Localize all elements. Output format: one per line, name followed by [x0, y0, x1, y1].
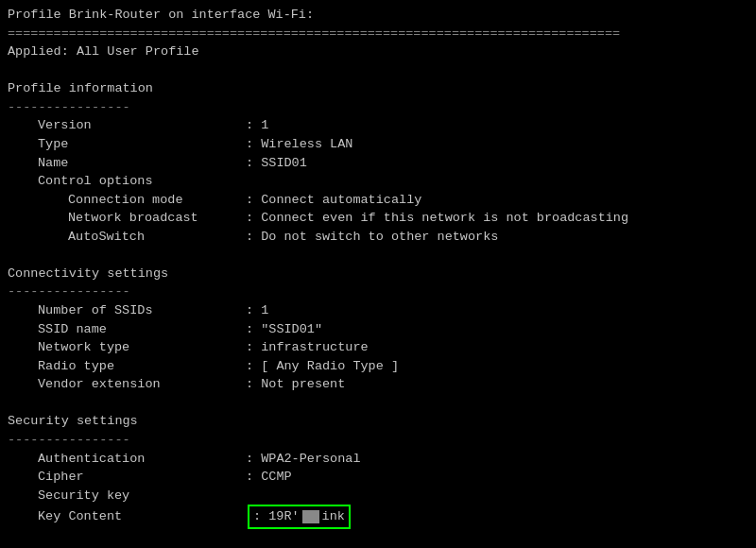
- key-censored-block: [302, 510, 319, 523]
- security-divider: ----------------: [8, 431, 748, 450]
- auth-row: Authentication: WPA2-Personal: [8, 450, 748, 469]
- vendor-ext-row: Vendor extension: Not present: [8, 375, 748, 394]
- applied-line: Applied: All User Profile: [8, 43, 748, 61]
- blank1: [8, 61, 748, 80]
- radio-type-row: Radio type: [ Any Radio Type ]: [8, 357, 748, 376]
- profile-info-divider: ----------------: [8, 98, 748, 117]
- top-divider: ========================================…: [8, 25, 748, 43]
- version-row: Version: 1: [8, 116, 748, 135]
- terminal-window: Profile Brink-Router on interface Wi-Fi:…: [0, 0, 756, 548]
- title-line: Profile Brink-Router on interface Wi-Fi:: [8, 6, 748, 25]
- connectivity-divider: ----------------: [8, 283, 748, 301]
- num-ssids-row: Number of SSIDs: 1: [8, 301, 748, 320]
- security-key-row: Security key: [8, 487, 748, 505]
- autoswitch-row: AutoSwitch: Do not switch to other netwo…: [8, 228, 748, 247]
- ssid-name-row: SSID name: "SSID01": [8, 320, 748, 339]
- profile-info-header: Profile information: [8, 79, 748, 98]
- key-content-label: Key Content: [38, 507, 246, 526]
- key-prefix: : 19R': [253, 507, 300, 526]
- blank2: [8, 246, 748, 265]
- connectivity-header: Connectivity settings: [8, 265, 748, 283]
- connection-mode-row: Connection mode: Connect automatically: [8, 191, 748, 210]
- network-broadcast-row: Network broadcast: Connect even if this …: [8, 209, 748, 228]
- key-highlight-box: : 19R' ink: [248, 505, 351, 529]
- blank3: [8, 394, 748, 413]
- cipher-row: Cipher: CCMP: [8, 468, 748, 487]
- key-content-row: Key Content : 19R' ink: [8, 505, 748, 529]
- control-options-row: Control options: [8, 172, 748, 191]
- blank4: [8, 529, 748, 548]
- key-suffix: ink: [322, 507, 345, 526]
- network-type-row: Network type: infrastructure: [8, 338, 748, 357]
- name-row: Name: SSID01: [8, 154, 748, 173]
- security-header: Security settings: [8, 412, 748, 431]
- type-row: Type: Wireless LAN: [8, 135, 748, 154]
